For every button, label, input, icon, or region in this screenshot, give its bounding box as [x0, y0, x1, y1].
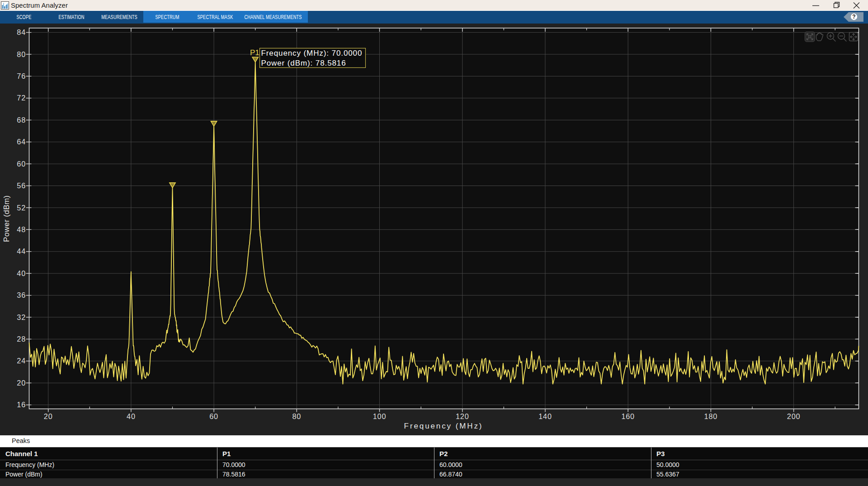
svg-text:16: 16: [17, 400, 26, 409]
svg-text:68: 68: [17, 116, 26, 124]
svg-text:28: 28: [17, 335, 26, 343]
svg-text:80: 80: [292, 412, 301, 420]
svg-text:180: 180: [704, 412, 718, 420]
svg-text:20: 20: [44, 412, 53, 420]
svg-text:200: 200: [787, 412, 801, 420]
svg-text:140: 140: [538, 412, 552, 420]
svg-text:72: 72: [17, 94, 26, 102]
svg-text:76: 76: [17, 72, 26, 80]
svg-text:100: 100: [373, 412, 387, 420]
svg-text:40: 40: [17, 269, 26, 277]
svg-text:48: 48: [17, 225, 26, 233]
svg-text:44: 44: [17, 247, 26, 255]
svg-text:60: 60: [209, 412, 218, 420]
svg-text:52: 52: [17, 204, 26, 212]
svg-text:64: 64: [17, 138, 26, 146]
svg-text:36: 36: [17, 291, 26, 299]
svg-text:120: 120: [456, 412, 469, 420]
svg-text:84: 84: [17, 28, 26, 36]
svg-text:60: 60: [17, 160, 26, 168]
svg-text:Power (dBm): Power (dBm): [2, 195, 11, 242]
svg-text:Power (dBm): 78.5816: Power (dBm): 78.5816: [261, 59, 346, 67]
svg-text:160: 160: [621, 412, 635, 420]
svg-text:32: 32: [17, 313, 26, 321]
svg-text:P1: P1: [250, 48, 259, 57]
svg-text:20: 20: [17, 379, 26, 387]
svg-text:40: 40: [127, 412, 136, 420]
svg-text:Frequency (MHz): Frequency (MHz): [404, 422, 483, 430]
svg-text:Frequency (MHz): 70.0000: Frequency (MHz): 70.0000: [261, 49, 363, 57]
svg-text:80: 80: [17, 50, 26, 58]
svg-text:24: 24: [17, 357, 26, 365]
svg-text:56: 56: [17, 181, 26, 190]
